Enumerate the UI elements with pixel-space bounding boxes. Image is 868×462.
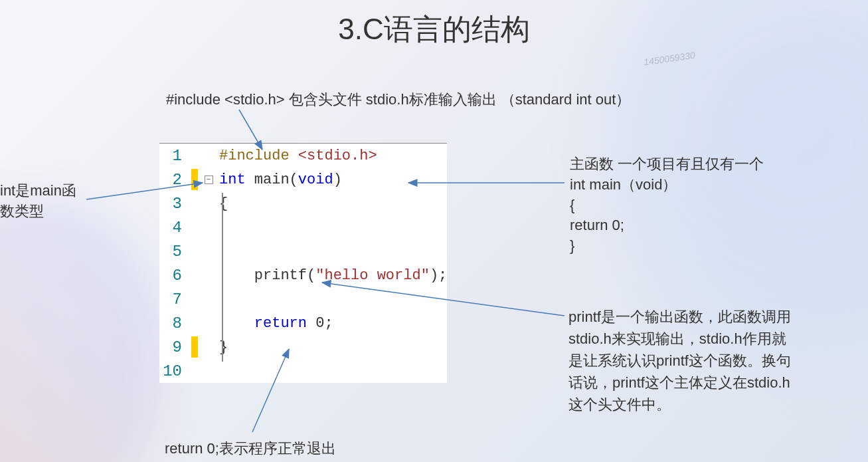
annotation-text: int main（void）	[570, 175, 764, 195]
slide-title: 3.C语言的结构	[338, 10, 529, 49]
code-line-7: 7	[159, 287, 447, 311]
code-text: int main(void)	[217, 172, 342, 188]
annotation-text: stdio.h来实现输出，stdio.h作用就	[568, 328, 791, 350]
code-line-4: 4	[159, 215, 447, 239]
annotation-text: return 0;	[570, 215, 764, 236]
line-number: 2	[159, 171, 189, 189]
annotation-text: printf是一个输出函数，此函数调用	[568, 306, 791, 328]
marker-column	[189, 336, 201, 358]
annotation-return: return 0;表示程序正常退出	[165, 439, 336, 459]
annotation-text: 数类型	[0, 201, 76, 222]
code-text: #include <stdio.h>	[217, 148, 377, 164]
annotation-int-main: int是main函 数类型	[0, 181, 76, 222]
change-marker	[191, 169, 198, 190]
code-line-3: 3 {	[159, 191, 447, 215]
line-number: 9	[159, 338, 189, 356]
line-number: 6	[159, 267, 189, 285]
change-marker	[191, 336, 198, 358]
code-line-8: 8 return 0;	[159, 311, 447, 335]
code-line-6: 6 printf("hello world");	[159, 263, 447, 287]
bg-decoration-left	[0, 196, 166, 462]
line-number: 5	[159, 243, 189, 261]
code-line-9: 9 }	[159, 335, 447, 359]
annotation-text: 主函数 一个项目有且仅有一个	[570, 154, 764, 175]
annotation-text: int是main函	[0, 181, 76, 201]
code-line-10: 10	[159, 359, 447, 383]
annotation-text: 这个头文件中。	[568, 394, 791, 415]
annotation-include: #include <stdio.h> 包含头文件 stdio.h标准输入输出 （…	[166, 90, 630, 110]
annotation-text: 话说，printf这个主体定义在stdio.h	[568, 372, 791, 394]
code-text: return 0;	[217, 315, 333, 332]
line-number: 8	[159, 314, 189, 332]
annotation-text: }	[570, 236, 764, 257]
annotation-text: 是让系统认识printf这个函数。换句	[568, 350, 791, 372]
code-text: printf("hello world");	[217, 267, 447, 284]
code-line-2: 2 − int main(void)	[159, 168, 447, 191]
fold-column: −	[201, 175, 217, 184]
code-line-1: 1 #include <stdio.h>	[159, 144, 447, 168]
annotation-text: {	[570, 195, 764, 216]
code-editor-block: 1 #include <stdio.h> 2 − int main(void) …	[159, 143, 447, 383]
code-line-5: 5	[159, 239, 447, 263]
line-number: 7	[159, 290, 189, 308]
fold-minus-icon[interactable]: −	[205, 175, 213, 184]
annotation-main-function: 主函数 一个项目有且仅有一个 int main（void） { return 0…	[570, 154, 764, 257]
code-fold-guideline	[222, 193, 223, 362]
line-number: 10	[159, 362, 189, 380]
marker-column	[189, 169, 201, 190]
line-number: 3	[159, 195, 189, 213]
line-number: 1	[159, 147, 189, 165]
annotation-printf: printf是一个输出函数，此函数调用 stdio.h来实现输出，stdio.h…	[568, 306, 791, 415]
line-number: 4	[159, 219, 189, 237]
